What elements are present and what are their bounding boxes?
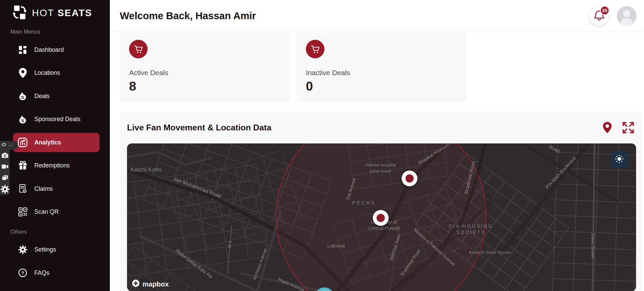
gear-icon[interactable] xyxy=(0,184,10,195)
map-style-toggle-button[interactable] xyxy=(611,151,628,168)
top-bar: Welcome Back, Hassan Amir 25 xyxy=(110,0,644,32)
gear-icon xyxy=(18,245,27,255)
svg-text:?: ? xyxy=(21,270,24,276)
mapbox-logo-icon xyxy=(132,279,140,289)
hot-seats-logo[interactable]: HOT SEATS xyxy=(0,0,110,22)
stat-label: Inactive Deals xyxy=(306,69,458,77)
sidebar-item-deals[interactable]: Deals xyxy=(13,86,100,106)
mapbox-attribution[interactable]: mapbox xyxy=(132,279,169,289)
main-content: Welcome Back, Hassan Amir 25 xyxy=(110,0,644,291)
swap-squares-logo-icon xyxy=(12,4,27,22)
hot-deal-icon xyxy=(18,91,27,101)
claims-document-icon xyxy=(18,184,27,194)
map-card-header: Live Fan Movement & Location Data xyxy=(120,112,643,143)
sidebar-item-label: Deals xyxy=(34,93,50,100)
map-pin-icon xyxy=(18,68,27,78)
fan-location-marker[interactable] xyxy=(402,171,417,186)
live-fan-map-card: Live Fan Movement & Location Data xyxy=(120,112,643,291)
sidebar-item-redemptions[interactable]: Redemptions xyxy=(13,156,100,175)
expand-fullscreen-icon[interactable] xyxy=(621,121,635,135)
gift-icon xyxy=(18,161,27,171)
stat-cards-row: Active Deals 8 Inactive Deals 0 xyxy=(120,33,644,102)
sidebar-item-label: FAQs xyxy=(34,269,49,277)
sidebar-item-settings[interactable]: Settings xyxy=(13,240,100,259)
sidebar-item-sponsored-deals[interactable]: Sponsored Deals xyxy=(13,110,100,129)
qr-code-icon xyxy=(18,207,27,217)
sidebar-item-label: Settings xyxy=(34,246,56,253)
location-pin-icon[interactable] xyxy=(602,121,612,134)
logo-text: HOT SEATS xyxy=(32,8,92,19)
sidebar-item-label: Locations xyxy=(34,69,60,77)
sidebar-item-faqs[interactable]: ? FAQs xyxy=(13,263,100,282)
stat-value: 8 xyxy=(129,79,281,94)
cart-icon xyxy=(129,40,148,58)
sidebar-item-analytics[interactable]: Analytics xyxy=(13,133,100,152)
sidebar-item-label: Scan QR xyxy=(34,208,59,216)
sidebar-item-label: Dashboard xyxy=(34,46,64,54)
fan-location-marker[interactable] xyxy=(373,210,389,226)
sidebar-section-others: Others xyxy=(10,229,110,235)
stat-label: Active Deals xyxy=(129,69,281,77)
sidebar-item-locations[interactable]: Locations xyxy=(13,63,100,83)
sun-icon xyxy=(615,155,623,164)
map-canvas[interactable]: Katchi KothiJan Muhammad RoadSakina hosp… xyxy=(127,143,636,291)
sidebar-item-scan-qr[interactable]: Scan QR xyxy=(13,202,100,222)
edge-toolbar-buttons xyxy=(0,150,18,195)
page-title: Welcome Back, Hassan Amir xyxy=(120,10,589,22)
map-section-title: Live Fan Movement & Location Data xyxy=(127,123,602,132)
dashboard-grid-icon xyxy=(18,45,27,55)
extension-handle[interactable]: ⋯ xyxy=(0,141,18,150)
app-window: HOT SEATS Main Menus Dashboard Locations… xyxy=(0,0,644,291)
analytics-chart-icon xyxy=(18,138,27,147)
video-camera-icon[interactable] xyxy=(0,161,10,172)
stat-value: 0 xyxy=(306,79,458,94)
sidebar-item-label: Sponsored Deals xyxy=(34,116,80,123)
screen-capture-edge-toolbar: ⋯ xyxy=(0,141,18,195)
stat-card-inactive-deals: Inactive Deals 0 xyxy=(297,33,467,102)
camera-icon[interactable] xyxy=(0,150,10,161)
sidebar-item-dashboard[interactable]: Dashboard xyxy=(13,40,100,59)
cart-icon xyxy=(306,40,324,58)
hot-deal-icon xyxy=(18,115,27,124)
mapbox-logo-text: mapbox xyxy=(142,280,169,288)
sidebar-item-claims[interactable]: Claims xyxy=(13,179,100,198)
sidebar-item-label: Claims xyxy=(34,185,53,193)
user-avatar[interactable] xyxy=(617,6,636,26)
ellipsis-dots: ⋯ xyxy=(8,144,13,147)
sidebar-item-label: Analytics xyxy=(34,139,61,146)
notifications-button[interactable]: 25 xyxy=(589,6,609,25)
window-copy-icon[interactable] xyxy=(0,172,10,184)
notification-count-badge: 25 xyxy=(600,6,609,15)
sidebar-menu-others: Settings ? FAQs xyxy=(0,240,110,283)
sidebar-item-label: Redemptions xyxy=(34,162,70,169)
question-circle-icon: ? xyxy=(18,268,27,278)
planet-icon xyxy=(1,142,7,149)
sidebar-section-main-menus: Main Menus xyxy=(10,29,110,35)
stat-card-active-deals: Active Deals 8 xyxy=(120,33,290,102)
